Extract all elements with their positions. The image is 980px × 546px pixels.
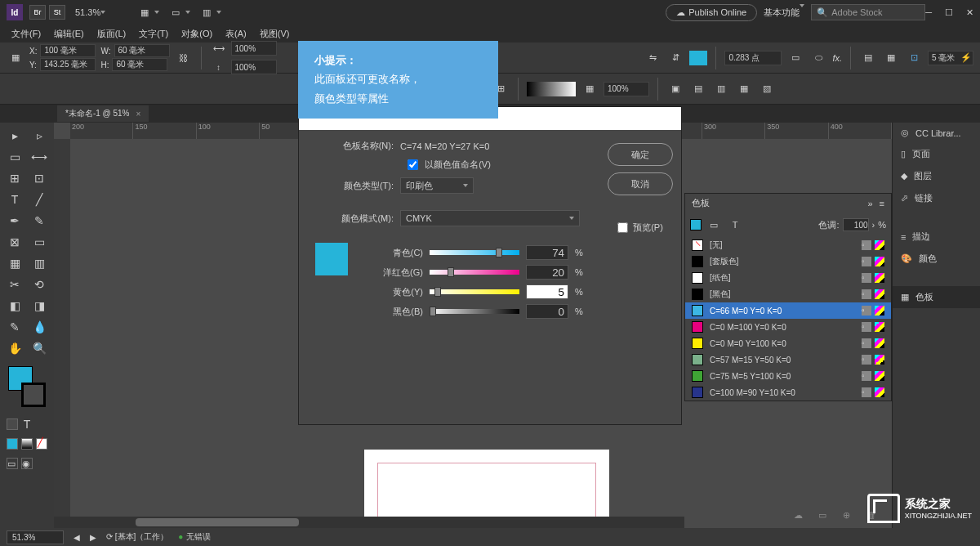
gap-tool[interactable]: ⟷ — [28, 147, 51, 167]
rect-tool[interactable]: ▭ — [28, 232, 51, 252]
status-zoom[interactable]: 51.3% — [7, 530, 64, 544]
direct-selection-tool[interactable]: ▹ — [28, 126, 51, 145]
fill-stroke-proxy[interactable] — [8, 366, 46, 407]
free-transform-tool[interactable]: ⟲ — [28, 275, 51, 294]
zoom-readout[interactable]: 51.3% — [75, 7, 100, 17]
arrange[interactable]: ▥ — [200, 7, 221, 18]
corner-icon[interactable]: ⬭ — [809, 49, 827, 67]
tab-close-icon[interactable]: × — [136, 110, 141, 119]
new-swatch-icon[interactable]: ⊕ — [843, 510, 858, 525]
publish-button[interactable]: ☁ Publish Online — [666, 4, 757, 21]
yellow-slider[interactable] — [430, 289, 519, 294]
minimize-icon[interactable]: ─ — [925, 7, 932, 18]
text-wrap2-icon[interactable]: ▦ — [882, 49, 900, 67]
swatch-row[interactable]: [纸色]▫ — [685, 270, 891, 286]
panel-swatches[interactable]: ▦色板 — [893, 286, 980, 308]
content-placer-tool[interactable]: ⊡ — [28, 168, 51, 188]
black-input[interactable] — [526, 304, 568, 319]
wrap-none-icon[interactable]: ▣ — [666, 80, 684, 98]
collapse-icon[interactable]: » — [867, 199, 872, 208]
close-icon[interactable]: ✕ — [966, 7, 973, 18]
content-collector-tool[interactable]: ⊞ — [3, 168, 26, 188]
maximize-icon[interactable]: ☐ — [945, 7, 953, 18]
page-nav-prev-icon[interactable]: ◀ — [74, 533, 80, 542]
wrap-bound-icon[interactable]: ▤ — [689, 80, 707, 98]
name-with-color-checkbox[interactable] — [408, 159, 418, 170]
y-input[interactable] — [40, 58, 96, 71]
preview-view-icon[interactable]: ◉ — [21, 458, 33, 469]
table-tool[interactable]: ▦ — [3, 253, 26, 273]
badge-st[interactable]: St — [49, 5, 65, 20]
menu-layout[interactable]: 版面(L) — [92, 26, 131, 42]
selection-tool[interactable]: ▸ — [3, 126, 26, 145]
page-tool[interactable]: ▭ — [3, 147, 26, 167]
swatch-row[interactable]: C=57 M=15 Y=50 K=0▫ — [685, 351, 891, 368]
black-slider[interactable] — [430, 309, 519, 314]
magenta-input[interactable] — [526, 265, 568, 280]
cyan-input[interactable] — [526, 245, 568, 260]
preview-checkbox[interactable] — [617, 222, 628, 233]
effects-icon[interactable]: fx. — [832, 53, 842, 63]
panel-layers[interactable]: ◆图层 — [893, 165, 980, 187]
link-wh-icon[interactable]: ⛓ — [175, 49, 193, 67]
swatch-row[interactable]: C=100 M=90 Y=10 K=0▫ — [685, 384, 891, 401]
zoom-dropdown-icon[interactable] — [100, 11, 105, 14]
color-mode-select[interactable]: CMYK — [400, 210, 580, 226]
flip-h-icon[interactable]: ⇋ — [644, 49, 662, 67]
menu-type[interactable]: 文字(T) — [134, 26, 173, 42]
swatch-row[interactable]: [套版色]▫ — [685, 253, 891, 270]
opacity-input[interactable] — [604, 82, 649, 96]
panel-stroke[interactable]: ≡描边 — [893, 226, 980, 248]
type-tool[interactable]: T — [3, 190, 26, 209]
eyedropper-tool[interactable]: 💧 — [28, 317, 51, 337]
wrap-jump-icon[interactable]: ▦ — [735, 80, 753, 98]
tint-input[interactable] — [843, 218, 869, 231]
swatch-row[interactable]: C=75 M=5 Y=100 K=0▫ — [685, 368, 891, 384]
h-input[interactable] — [112, 58, 167, 71]
pencil-tool[interactable]: ✎ — [28, 211, 51, 230]
gradient-feather-tool[interactable]: ◨ — [28, 296, 51, 316]
view-options[interactable]: ▦ — [138, 7, 159, 18]
panel-menu-icon[interactable]: ≡ — [880, 199, 884, 208]
lightning-icon[interactable]: ⚡ — [957, 49, 975, 67]
panel-pages[interactable]: ▯页面 — [893, 143, 980, 165]
preflight-status[interactable]: 无错误 — [178, 531, 211, 543]
ok-button[interactable]: 确定 — [608, 143, 673, 166]
preflight-profile[interactable]: ⟳ [基本]（工作） — [106, 531, 168, 543]
x-input[interactable] — [40, 44, 96, 57]
fill-chip[interactable] — [689, 51, 707, 65]
swatch-row[interactable]: C=66 M=0 Y=0 K=0▫ — [685, 302, 891, 319]
magenta-slider[interactable] — [430, 270, 519, 275]
formatting-affects-container-icon[interactable]: ▭ — [705, 216, 723, 234]
normal-view-icon[interactable]: ▭ — [7, 458, 18, 469]
stroke-weight-input[interactable] — [724, 51, 782, 65]
flip-v-icon[interactable]: ⇵ — [666, 49, 684, 67]
stock-search[interactable]: 🔍 Adobe Stock — [811, 4, 925, 20]
note-tool[interactable]: ✎ — [3, 317, 26, 337]
cancel-button[interactable]: 取消 — [608, 172, 673, 195]
frame-icon[interactable]: ⊡ — [905, 49, 923, 67]
opacity-icon[interactable]: ▦ — [581, 80, 599, 98]
apply-none-icon[interactable]: ╱ — [36, 438, 47, 450]
page-nav-next-icon[interactable]: ▶ — [90, 533, 96, 542]
panel-color[interactable]: 🎨颜色 — [893, 248, 980, 270]
document-tab[interactable]: *未命名-1 @ 51% × — [57, 105, 149, 122]
formatting-container-icon[interactable] — [7, 418, 18, 430]
line-tool[interactable]: ╱ — [28, 190, 51, 209]
zoom-tool[interactable]: 🔍 — [28, 338, 51, 358]
badge-br[interactable]: Br — [29, 5, 46, 20]
scale-x-input[interactable] — [231, 41, 277, 56]
rect-frame-tool[interactable]: ⊠ — [3, 232, 26, 252]
yellow-input[interactable] — [526, 284, 568, 299]
formatting-text-icon[interactable]: T — [21, 418, 33, 430]
panel-links[interactable]: ⬀链接 — [893, 187, 980, 209]
reference-point-icon[interactable]: ▦ — [7, 49, 24, 67]
swatch-row[interactable]: [黑色]▫ — [685, 286, 891, 302]
wrap-shape-icon[interactable]: ▥ — [712, 80, 730, 98]
apply-gradient-icon[interactable] — [21, 438, 33, 450]
horizontal-scrollbar[interactable] — [54, 517, 684, 528]
formatting-affects-text-icon[interactable]: T — [726, 216, 744, 234]
scale-y-input[interactable] — [231, 60, 277, 74]
tint-arrow-icon[interactable]: › — [872, 220, 875, 230]
wrap-col-icon[interactable]: ▧ — [758, 80, 776, 98]
